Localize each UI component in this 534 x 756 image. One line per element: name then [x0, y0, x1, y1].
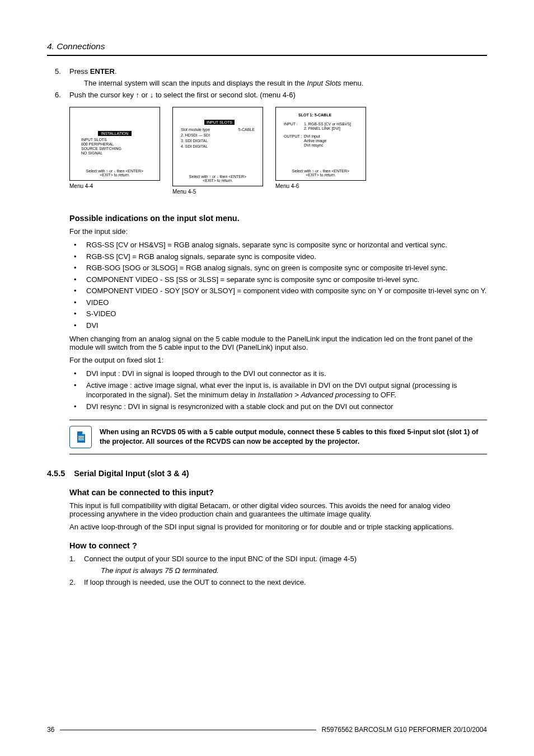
- m2-hint-r: then <ENTER>: [220, 175, 246, 179]
- sec455-s2-num: 2.: [69, 578, 76, 586]
- step-5-sub: The internal system will scan the inputs…: [84, 79, 487, 87]
- step-5-enter: ENTER: [90, 67, 115, 76]
- indications-output-list: DVI input : DVI in signal is looped thro…: [69, 369, 487, 411]
- step-5-num: 5.: [55, 67, 61, 76]
- sec-455-title: Serial Digital Input (slot 3 & 4): [74, 469, 189, 478]
- menu-4-6-wrap: SLOT 1: 5-CABLE INPUT : 1. RGB-SS [CV or…: [275, 107, 366, 195]
- step-5-sub-pre: The internal system will scan the inputs…: [84, 79, 307, 87]
- indications-heading: Possible indications on the input slot m…: [69, 214, 487, 223]
- ind-o2-mid: >: [293, 391, 301, 399]
- m1-l1: INPUT SLOTS: [81, 138, 107, 142]
- menu-4-4-bar: INSTALLATION: [98, 131, 132, 136]
- m3-out2: Active image: [304, 139, 326, 143]
- step-5-text-pre: Press: [69, 67, 90, 76]
- indications-intro: For the input side:: [69, 227, 487, 236]
- menu-4-4-box: INSTALLATION INPUT SLOTS 800 PERIPHERAL …: [69, 107, 160, 181]
- note-text: When using an RCVDS 05 with a 5 cable ou…: [100, 428, 487, 447]
- m1-l4: NO SIGNAL: [81, 151, 102, 155]
- running-header: 4. Connections: [47, 41, 487, 51]
- m1-hint: Select with ↑ or ↓ then <ENTER> <EXIT> t…: [70, 169, 160, 177]
- m1-hint-r: then <ENTER>: [117, 169, 143, 173]
- m3-in1: 1. RGB-SS [CV or HS&VS]: [304, 122, 351, 126]
- sec-455-header: 4.5.5 Serial Digital Input (slot 3 & 4): [47, 469, 487, 478]
- menu-4-5-box: INPUT SLOTS Slot module type 5-CABLE 2. …: [172, 107, 263, 186]
- sec-455-num: 4.5.5: [47, 469, 65, 478]
- indications-intro2: For the output on fixed slot 1:: [69, 356, 487, 364]
- m2-slot2: 2. HDSDI — SDI: [181, 133, 210, 137]
- ind-o2-post: to OFF.: [371, 391, 396, 399]
- m3-out3: DVI resync: [304, 143, 323, 147]
- page-number: 36: [47, 726, 54, 734]
- menu-4-6-bar: SLOT 1: 5-CABLE: [298, 113, 331, 117]
- menu-4-4-wrap: INSTALLATION INPUT SLOTS 800 PERIPHERAL …: [69, 107, 160, 195]
- sec-455-p1: This input is full compatibility with di…: [69, 501, 487, 518]
- sec455-s1: 1. Connect the output of your SDI source…: [69, 555, 487, 575]
- menu-4-6-box: SLOT 1: 5-CABLE INPUT : 1. RGB-SS [CV or…: [275, 107, 366, 181]
- header-rule: [47, 55, 487, 56]
- ind-i2: RGB-SS [CV] = RGB analog signals, separa…: [69, 252, 487, 262]
- sec455-s1-text: Connect the output of your SDI source to…: [84, 555, 357, 563]
- m1-back: <EXIT> to return.: [100, 173, 130, 177]
- page-footer: 36 R5976562 BARCOSLM G10 PERFORMER 20/10…: [47, 726, 487, 734]
- m3-out-lbl: OUTPUT :: [284, 134, 302, 138]
- m2-hint: Select with ↑ or ↓ then <ENTER> <EXIT> t…: [173, 175, 263, 182]
- sec-455-h2: How to connect ?: [69, 541, 487, 550]
- m3-out1: DVI input: [304, 134, 320, 138]
- footer-rule: [60, 730, 316, 730]
- ind-i5: COMPONENT VIDEO - SOY [SOY or 3LSOY] = c…: [69, 286, 487, 296]
- ind-o2-it1: Installation: [257, 391, 292, 399]
- step-6-num: 6.: [55, 91, 61, 99]
- sec455-s2: 2. If loop through is needed, use the OU…: [69, 578, 487, 586]
- indications-para1: When changing from an analog signal on t…: [69, 335, 487, 351]
- step-5-sub-post: menu.: [341, 79, 364, 87]
- m2-slot1r: 5-CABLE: [238, 128, 255, 132]
- menu-4-6-label: Menu 4-6: [275, 183, 366, 189]
- ind-o2: Active image : active image signal, what…: [69, 381, 487, 400]
- step-6-text: Push the cursor key ↑ or ↓ to select the…: [69, 91, 296, 99]
- sec455-s1-num: 1.: [69, 555, 76, 563]
- ind-i8: DVI: [69, 321, 487, 331]
- step-6: 6. Push the cursor key ↑ or ↓ to select …: [69, 91, 487, 99]
- step-5: 5. Press ENTER. The internal system will…: [69, 67, 487, 87]
- ind-o1: DVI input : DVI in signal is looped thro…: [69, 369, 487, 379]
- menu-figures-row: INSTALLATION INPUT SLOTS 800 PERIPHERAL …: [69, 107, 487, 195]
- note-document-icon: [69, 426, 92, 448]
- m3-hint: Select with ↑ or ↓ then <ENTER> <EXIT> t…: [276, 169, 366, 177]
- ind-i7: S-VIDEO: [69, 309, 487, 319]
- m2-back: <EXIT> to return.: [203, 179, 233, 182]
- m3-hint-r: then <ENTER>: [323, 169, 349, 173]
- menu-4-5-label: Menu 4-5: [172, 189, 263, 195]
- m2-hint-l: Select with ↑ or ↓: [189, 175, 219, 179]
- ind-o3: DVI resync : DVI in signal is resyncroni…: [69, 402, 487, 412]
- ind-i6: VIDEO: [69, 298, 487, 308]
- ind-i3: RGB-SOG [SOG or 3LSOG] = RGB analog sign…: [69, 263, 487, 273]
- menu-4-4-label: Menu 4-4: [69, 183, 160, 189]
- step-5-text-post: .: [115, 67, 117, 76]
- sec455-s2-text: If loop through is needed, use the OUT t…: [84, 578, 306, 586]
- m3-in-lbl: INPUT :: [284, 122, 298, 126]
- m2-slot3: 3. SDI DIGITAL: [181, 139, 208, 143]
- step-5-sub-italic: Input Slots: [307, 79, 341, 87]
- menu-4-5-wrap: INPUT SLOTS Slot module type 5-CABLE 2. …: [172, 107, 263, 195]
- footer-doc-id: R5976562 BARCOSLM G10 PERFORMER 20/10/20…: [322, 726, 487, 734]
- m2-slot4: 4. SDI DIGITAL: [181, 144, 208, 148]
- m3-back: <EXIT> to return.: [306, 173, 336, 177]
- m2-slot1: Slot module type: [181, 128, 210, 132]
- m3-hint-l: Select with ↑ or ↓: [292, 169, 322, 173]
- ind-o2-it2: Advanced processing: [301, 391, 370, 399]
- ind-i4: COMPONENT VIDEO - SS [SS or 3LSS] = sepa…: [69, 275, 487, 285]
- indications-input-list: RGS-SS [CV or HS&VS] = RGB analog signal…: [69, 240, 487, 330]
- sec-455-h1: What can be connected to this input?: [69, 488, 487, 497]
- menu-4-5-bar: INPUT SLOTS: [204, 120, 235, 125]
- sec455-s1-note: The input is always 75 Ω terminated.: [101, 566, 487, 575]
- ind-i1: RGS-SS [CV or HS&VS] = RGB analog signal…: [69, 240, 487, 250]
- m1-l3: SOURCE SWITCHING: [81, 147, 121, 151]
- rcvds-note: When using an RCVDS 05 with a 5 cable ou…: [69, 420, 487, 454]
- step-list-a: 5. Press ENTER. The internal system will…: [47, 67, 487, 99]
- m3-in2: 2. PANEL LINK [DVI]: [304, 126, 340, 130]
- m1-l2: 800 PERIPHERAL: [81, 142, 114, 146]
- sec-455-p2: An active loop-through of the SDI input …: [69, 523, 487, 531]
- document-icon: [74, 430, 87, 444]
- m1-hint-l: Select with ↑ or ↓: [86, 169, 116, 173]
